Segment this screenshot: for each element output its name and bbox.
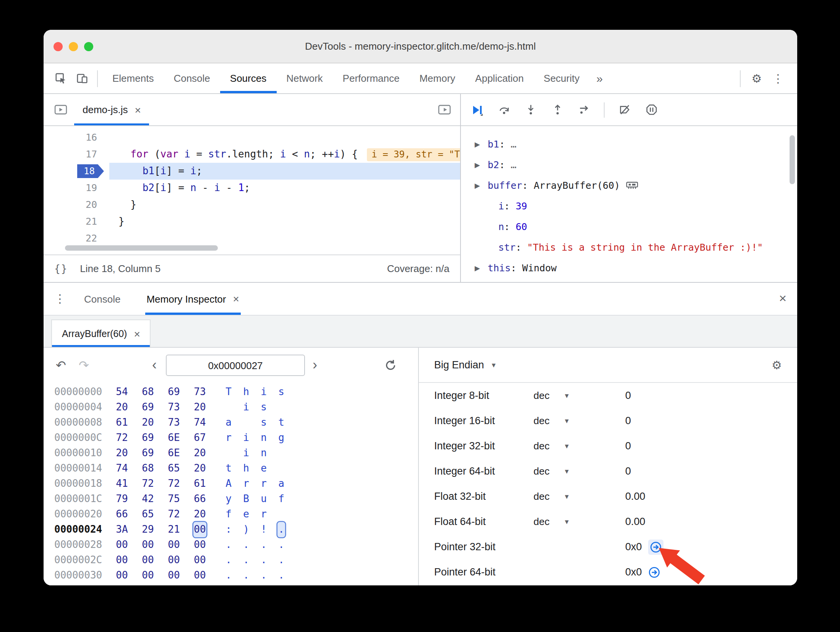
close-file-tab-icon[interactable]: × — [135, 104, 141, 116]
hex-byte[interactable]: 42 — [141, 491, 154, 507]
ascii-char[interactable]: s — [277, 384, 285, 400]
endianness-select[interactable]: Big Endian — [434, 359, 484, 371]
format-select[interactable]: dec — [534, 390, 550, 401]
ascii-char[interactable]: . — [242, 553, 250, 568]
hex-byte[interactable]: 00 — [167, 537, 180, 553]
hex-byte[interactable]: 6E — [167, 446, 180, 461]
scope-entry-b1[interactable]: ▶b1: … — [461, 134, 797, 154]
hex-byte[interactable]: 79 — [115, 491, 128, 507]
hex-byte[interactable]: 61 — [115, 415, 128, 430]
hex-byte[interactable]: 20 — [193, 461, 206, 476]
hex-byte[interactable]: 72 — [115, 430, 128, 446]
format-select[interactable]: dec — [534, 465, 550, 477]
pause-on-exceptions-icon[interactable] — [644, 103, 658, 117]
ascii-char[interactable]: t — [277, 415, 285, 430]
hex-byte[interactable]: 41 — [115, 476, 128, 491]
settings-gear-icon[interactable]: ⚙ — [747, 71, 767, 85]
next-page-icon[interactable]: › — [313, 357, 317, 373]
tab-memory-inspector[interactable]: Memory Inspector × — [145, 283, 240, 315]
hex-byte[interactable]: 20 — [115, 446, 128, 461]
hex-byte[interactable]: 6E — [167, 430, 180, 446]
hex-byte[interactable]: 00 — [115, 553, 128, 568]
pretty-print-icon[interactable]: {} — [54, 263, 68, 274]
ascii-char[interactable]: . — [277, 568, 285, 583]
ascii-char[interactable] — [225, 446, 232, 461]
ascii-char[interactable]: s — [260, 400, 268, 415]
hex-byte[interactable]: 00 — [167, 553, 180, 568]
line-number[interactable]: 18 — [44, 163, 109, 180]
ascii-char[interactable]: . — [277, 553, 285, 568]
drawer-kebab-icon[interactable]: ⋮ — [54, 292, 66, 306]
step-out-icon[interactable] — [550, 103, 564, 117]
format-select[interactable]: dec — [534, 516, 550, 527]
kebab-menu-icon[interactable]: ⋮ — [768, 71, 788, 85]
ascii-char[interactable]: n — [260, 446, 268, 461]
ascii-char[interactable]: f — [277, 491, 285, 507]
ascii-char[interactable]: . — [277, 522, 285, 537]
ascii-char[interactable]: B — [242, 491, 250, 507]
hex-byte[interactable]: 74 — [193, 415, 206, 430]
line-number[interactable]: 21 — [44, 213, 109, 230]
ascii-char[interactable]: r — [260, 507, 268, 522]
hex-byte[interactable]: 69 — [141, 430, 154, 446]
hex-byte[interactable]: 00 — [141, 537, 154, 553]
hex-byte[interactable]: 00 — [115, 568, 128, 583]
line-number[interactable]: 17 — [44, 146, 109, 163]
resume-script-icon[interactable] — [470, 103, 484, 117]
hex-byte[interactable]: 20 — [193, 446, 206, 461]
ascii-char[interactable]: i — [242, 400, 250, 415]
format-select[interactable]: dec — [534, 415, 550, 426]
hex-byte[interactable]: 21 — [167, 522, 180, 537]
hex-byte[interactable]: 68 — [141, 384, 154, 400]
hex-byte[interactable]: 00 — [115, 537, 128, 553]
editor-horizontal-scrollbar[interactable] — [65, 245, 218, 251]
tab-security[interactable]: Security — [534, 63, 590, 93]
scope-entry-this[interactable]: ▶this: Window — [461, 258, 797, 278]
close-buffer-tab-icon[interactable]: × — [134, 327, 140, 340]
ascii-char[interactable]: . — [225, 568, 232, 583]
scope-entry-buffer[interactable]: ▶buffer: ArrayBuffer(60) — [461, 175, 797, 196]
hex-byte[interactable]: 29 — [141, 522, 154, 537]
hex-byte[interactable]: 3A — [115, 522, 128, 537]
ascii-char[interactable] — [277, 400, 285, 415]
memory-icon[interactable] — [626, 181, 638, 190]
inspect-icon[interactable] — [50, 68, 71, 89]
hex-byte[interactable]: 65 — [167, 461, 180, 476]
ascii-char[interactable]: a — [277, 476, 285, 491]
history-forward-icon[interactable]: ↷ — [79, 358, 89, 373]
show-navigator-icon[interactable] — [50, 99, 71, 120]
hex-byte[interactable]: 66 — [115, 507, 128, 522]
ascii-char[interactable]: i — [242, 430, 250, 446]
step-icon[interactable] — [577, 103, 591, 117]
hex-byte[interactable]: 73 — [167, 400, 180, 415]
ascii-char[interactable]: r — [225, 430, 232, 446]
tab-network[interactable]: Network — [276, 63, 332, 93]
hex-byte[interactable]: 00 — [193, 568, 206, 583]
ascii-char[interactable]: i — [260, 384, 268, 400]
close-drawer-icon[interactable]: × — [779, 291, 786, 306]
format-select[interactable]: dec — [534, 440, 550, 452]
expand-arrow-icon[interactable]: ▶ — [475, 161, 485, 169]
ascii-char[interactable]: . — [242, 537, 250, 553]
ascii-char[interactable]: t — [225, 461, 232, 476]
ascii-char[interactable]: r — [260, 476, 268, 491]
hex-byte[interactable]: 20 — [141, 415, 154, 430]
line-number[interactable]: 16 — [44, 129, 109, 146]
history-back-icon[interactable]: ↶ — [56, 358, 66, 373]
ascii-char[interactable]: . — [242, 568, 250, 583]
ascii-char[interactable] — [277, 507, 285, 522]
expand-arrow-icon[interactable]: ▶ — [475, 181, 485, 189]
address-input[interactable] — [166, 355, 305, 376]
hex-byte[interactable]: 67 — [193, 430, 206, 446]
toggle-sidebar-icon[interactable] — [438, 105, 454, 115]
line-number[interactable]: 19 — [44, 180, 109, 196]
step-into-icon[interactable] — [524, 103, 537, 117]
ascii-char[interactable]: : — [225, 522, 232, 537]
ascii-char[interactable]: . — [225, 553, 232, 568]
line-number[interactable]: 20 — [44, 196, 109, 213]
hex-byte[interactable]: 00 — [193, 522, 206, 537]
ascii-char[interactable]: h — [242, 461, 250, 476]
scope-entry-str[interactable]: str: "This is a string in the ArrayBuffe… — [461, 237, 797, 258]
hex-byte[interactable]: 69 — [167, 384, 180, 400]
ascii-char[interactable]: i — [242, 446, 250, 461]
